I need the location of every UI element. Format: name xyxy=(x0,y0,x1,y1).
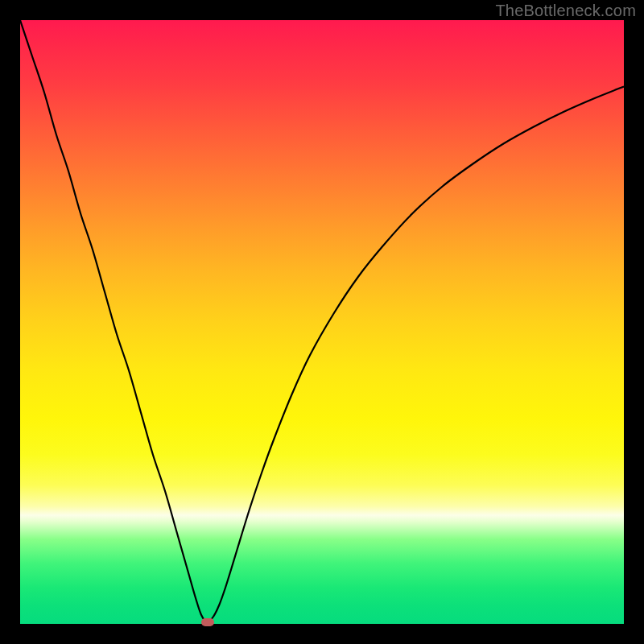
chart-frame: TheBottleneck.com xyxy=(0,0,644,644)
minimum-marker xyxy=(201,618,214,626)
plot-area xyxy=(20,20,624,624)
watermark-text: TheBottleneck.com xyxy=(495,2,636,20)
bottleneck-curve xyxy=(20,20,624,624)
